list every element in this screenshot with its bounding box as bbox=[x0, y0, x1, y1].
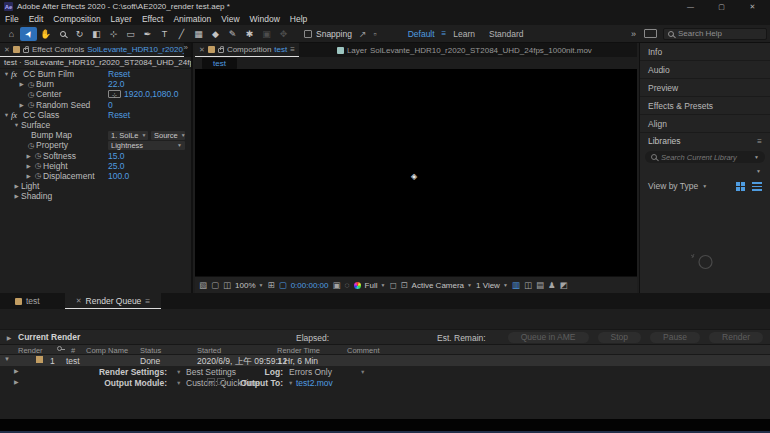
panel-align[interactable]: Align bbox=[640, 115, 770, 133]
workspace-standard[interactable]: Standard bbox=[482, 29, 531, 39]
menu-window[interactable]: Window bbox=[245, 14, 285, 24]
stop-button[interactable]: Stop bbox=[598, 332, 642, 343]
queue-in-ame-button[interactable]: Queue in AME bbox=[508, 332, 589, 343]
library-select-row[interactable]: ▼ bbox=[640, 164, 770, 177]
prop-row-displacement[interactable]: ▶ ◷ Displacement 100.0 bbox=[0, 171, 191, 181]
type-tool-icon[interactable]: T bbox=[156, 27, 173, 41]
channel-icon[interactable] bbox=[354, 282, 361, 289]
lock-icon[interactable] bbox=[218, 48, 224, 53]
bump-map-layer-dropdown[interactable]: 1. SolLe▼ bbox=[108, 131, 148, 140]
pan-behind-tool-icon[interactable]: ⊹ bbox=[105, 27, 122, 41]
tab-menu-icon[interactable]: ≡ bbox=[290, 45, 295, 54]
timeline-button-icon[interactable]: ▤ bbox=[536, 280, 544, 290]
render-button[interactable]: Render bbox=[709, 332, 763, 343]
panel-overflow-icon[interactable]: » bbox=[184, 43, 191, 57]
minimize-icon[interactable]: — bbox=[677, 3, 704, 10]
tab-menu-icon[interactable]: ≡ bbox=[145, 296, 150, 306]
eraser-tool-icon[interactable]: ◆ bbox=[207, 27, 224, 41]
stopwatch-icon[interactable]: ◷ bbox=[33, 171, 43, 180]
panel-info[interactable]: Info bbox=[640, 43, 770, 61]
close-icon[interactable]: ✕ bbox=[739, 3, 766, 11]
group-row-shading[interactable]: ▶ Shading bbox=[0, 191, 191, 201]
twirl-icon[interactable]: ▶ bbox=[12, 193, 21, 199]
hand-tool-icon[interactable]: ✋ bbox=[37, 27, 54, 41]
close-tab-icon[interactable]: ✕ bbox=[199, 46, 205, 54]
chevron-down-icon[interactable]: ▼ bbox=[754, 154, 759, 160]
brush-tool-icon[interactable]: ╱ bbox=[173, 27, 190, 41]
prop-row-burn[interactable]: ▶ ◷ Burn 22.0 bbox=[0, 79, 191, 89]
menu-edit[interactable]: Edit bbox=[24, 14, 49, 24]
shape-tool-icon[interactable]: ▭ bbox=[122, 27, 139, 41]
always-preview-icon[interactable]: ▧ bbox=[199, 280, 207, 290]
twirl-icon[interactable]: ▶ bbox=[17, 102, 26, 108]
stopwatch-icon[interactable]: ◷ bbox=[26, 141, 36, 150]
prop-row-softness[interactable]: ▶ ◷ Softness 15.0 bbox=[0, 151, 191, 161]
log-dropdown[interactable]: Errors Only bbox=[289, 367, 332, 377]
col-render-time[interactable]: Render Time bbox=[277, 346, 320, 355]
mirror-viewer-icon[interactable]: ◫ bbox=[223, 280, 231, 290]
col-comment[interactable]: Comment bbox=[347, 346, 380, 355]
tab-composition[interactable]: ✕ Composition test ≡ bbox=[195, 43, 299, 57]
twirl-icon[interactable]: ▶ bbox=[0, 334, 18, 341]
label-color-swatch[interactable] bbox=[36, 356, 43, 363]
twirl-icon[interactable]: ▶ bbox=[24, 163, 33, 169]
lock-icon[interactable] bbox=[23, 48, 29, 53]
point-picker-icon[interactable]: ⊹ bbox=[108, 90, 121, 98]
stopwatch-icon[interactable]: ◷ bbox=[33, 161, 43, 170]
home-tool-icon[interactable]: ⌂ bbox=[3, 27, 20, 41]
stopwatch-icon[interactable]: ◷ bbox=[33, 151, 43, 160]
tab-effect-controls[interactable]: ✕ Effect Controls SolLevante_HDR10_r2020… bbox=[0, 43, 184, 57]
menu-file[interactable]: File bbox=[0, 14, 24, 24]
prop-value[interactable]: 0 bbox=[108, 100, 113, 110]
twirl-icon[interactable]: ▶ bbox=[24, 173, 33, 179]
composition-viewport[interactable]: ◈ bbox=[195, 69, 637, 276]
stopwatch-icon[interactable]: ◷ bbox=[26, 80, 36, 89]
col-number[interactable]: # bbox=[71, 346, 75, 355]
title-action-safe-icon[interactable]: ▥ bbox=[512, 280, 520, 290]
prop-value[interactable]: 15.0 bbox=[108, 151, 125, 161]
col-status[interactable]: Status bbox=[140, 346, 161, 355]
group-row-light[interactable]: ▶ Light bbox=[0, 181, 191, 191]
primary-viewer-icon[interactable]: ▢ bbox=[211, 280, 219, 290]
group-row-surface[interactable]: ▼ Surface bbox=[0, 120, 191, 130]
anchor-point-icon[interactable]: ◈ bbox=[411, 172, 417, 181]
twirl-icon[interactable]: ▶ bbox=[24, 153, 33, 159]
close-tab-icon[interactable]: ✕ bbox=[4, 46, 10, 54]
col-comp-name[interactable]: Comp Name bbox=[86, 346, 128, 355]
snapshot-icon[interactable]: ▣ bbox=[332, 280, 340, 290]
chevron-down-icon[interactable]: ▼ bbox=[360, 369, 365, 375]
prop-value[interactable]: 1920.0,1080.0 bbox=[124, 89, 178, 99]
stopwatch-icon[interactable]: ◷ bbox=[26, 100, 36, 109]
sync-settings-icon[interactable] bbox=[644, 29, 657, 38]
prop-row-property[interactable]: ◷ Property Lightness▼ bbox=[0, 140, 191, 150]
prop-value[interactable]: 100.0 bbox=[108, 171, 129, 181]
prop-value[interactable]: 25.0 bbox=[108, 161, 125, 171]
roto-brush-tool-icon[interactable]: ✎ bbox=[224, 27, 241, 41]
hamburger-menu-icon[interactable]: ≡ bbox=[757, 137, 762, 146]
tab-layer[interactable]: Layer SolLevante_HDR10_r2020_ST2084_UHD_… bbox=[333, 43, 596, 57]
zoom-tool-icon[interactable] bbox=[54, 27, 71, 41]
flowchart-icon[interactable]: ♟ bbox=[548, 280, 556, 290]
prop-row-center[interactable]: ◷ Center ⊹ 1920.0,1080.0 bbox=[0, 89, 191, 99]
resolution-dropdown[interactable]: Full▼ bbox=[365, 281, 386, 290]
panel-audio[interactable]: Audio bbox=[640, 61, 770, 79]
mini-tab-test[interactable]: test bbox=[202, 58, 237, 69]
chevron-down-icon[interactable]: ▼ bbox=[176, 369, 181, 375]
twirl-icon[interactable]: ▶ bbox=[12, 183, 21, 189]
workspace-learn[interactable]: Learn bbox=[446, 29, 482, 39]
tab-render-queue[interactable]: ✕ Render Queue ≡ bbox=[65, 293, 162, 309]
chevron-down-icon[interactable]: ▼ bbox=[176, 380, 181, 386]
windows-taskbar[interactable] bbox=[0, 419, 770, 433]
magnification-dropdown[interactable]: 100%▼ bbox=[235, 281, 263, 290]
rotation-tool-icon[interactable]: ↻ bbox=[71, 27, 88, 41]
menu-help[interactable]: Help bbox=[285, 14, 312, 24]
grid-view-icon[interactable] bbox=[736, 182, 740, 186]
prop-row-height[interactable]: ▶ ◷ Height 25.0 bbox=[0, 161, 191, 171]
twirl-icon[interactable]: ▶ bbox=[14, 378, 19, 385]
more-workspaces-icon[interactable]: » bbox=[631, 29, 636, 39]
menu-effect[interactable]: Effect bbox=[137, 14, 169, 24]
region-of-interest-icon[interactable]: ▫ bbox=[373, 29, 376, 39]
tab-timeline-test[interactable]: test bbox=[4, 293, 51, 309]
library-search-input[interactable]: Search Current Library ▼ bbox=[645, 151, 765, 163]
camera-dropdown[interactable]: Active Camera▼ bbox=[412, 281, 472, 290]
